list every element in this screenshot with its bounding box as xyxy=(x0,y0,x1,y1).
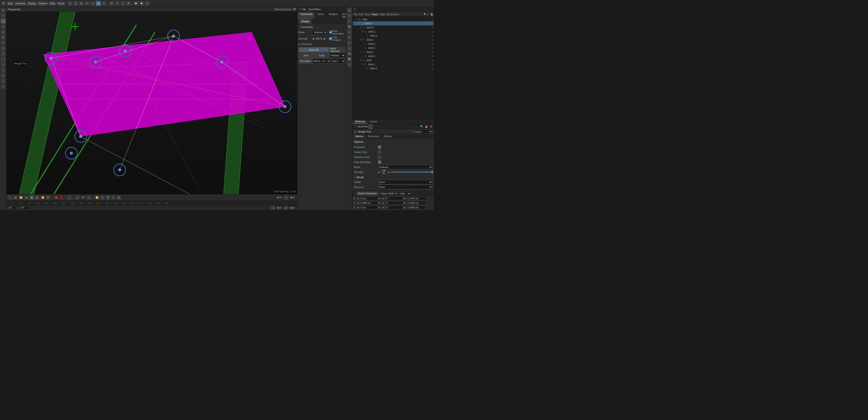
attr-tool-lock[interactable]: 🔒 xyxy=(424,124,428,129)
coord-y-rot[interactable] xyxy=(385,201,403,205)
left-tool-10[interactable]: ∿ xyxy=(1,62,6,67)
rt-icon-11[interactable]: ✏ xyxy=(347,62,352,67)
attr-tool-fwd[interactable]: → xyxy=(415,124,419,129)
tl-auto-btn[interactable]: A xyxy=(59,195,64,200)
flipx-select[interactable]: Flip X Flip Y Flip Z xyxy=(331,59,345,63)
coord-x-rot-left[interactable]: ◀ xyxy=(382,197,384,200)
replace-select[interactable]: Replace xyxy=(330,53,345,58)
strength-arrow-left[interactable]: ◀ xyxy=(312,37,314,40)
left-tool-scale[interactable]: ⤢ xyxy=(1,24,6,29)
options-tab-options[interactable]: Options xyxy=(352,134,366,138)
tool-icon-8[interactable]: ⊕ xyxy=(109,1,114,6)
rt-icon-5[interactable]: ⊙ xyxy=(347,29,352,34)
obj-header-icon[interactable]: ⊞ xyxy=(354,8,356,10)
coord-z-rot-right[interactable]: ▶ xyxy=(404,206,405,208)
reset-transform-btn[interactable]: Reset Transform xyxy=(356,192,378,195)
coord-x-arr-right[interactable]: ▶ xyxy=(379,197,380,200)
tl-next-key-btn[interactable]: ⏩ xyxy=(40,195,45,200)
pressure-select[interactable]: None Pen xyxy=(378,185,433,189)
coord-z-pos[interactable] xyxy=(360,206,378,209)
tree-item-joint1-8[interactable]: ⬡ Joint.1 : ● xyxy=(353,66,434,71)
tree-item-joint[interactable]: ▼ ⬡ Joint : ● xyxy=(353,58,434,62)
mode-opt-select[interactable]: Subtract Add xyxy=(378,165,433,169)
left-tool-7[interactable]: ⬡ xyxy=(1,46,6,51)
attr-tool-menu[interactable]: ≡ xyxy=(353,124,358,129)
menu-icon[interactable]: ☰ xyxy=(1,1,6,6)
left-tool-11[interactable]: ⬛ xyxy=(1,68,6,73)
tl-settings-btn[interactable]: ⚙ xyxy=(100,195,105,200)
tree-item-joint4[interactable]: ▼ ⬡ Joint.4 : ● xyxy=(353,21,434,25)
tree-item-joint1-5[interactable]: ▼ ⬡ Joint.1 : ● xyxy=(353,50,434,54)
tool-icon-13[interactable]: ⬢ xyxy=(139,1,144,6)
auto-normalize-checkbox[interactable] xyxy=(329,31,332,34)
strength-arrow-right[interactable]: ▶ xyxy=(323,37,326,40)
left-tool-rotate[interactable]: ⟳ xyxy=(1,19,6,24)
tree-item-joint1-4[interactable]: ⬡ Joint.1 : ● xyxy=(353,46,434,50)
tl-frame-input-2[interactable] xyxy=(20,206,29,209)
coord-y-arr-right[interactable]: ▶ xyxy=(379,202,380,204)
coord-y-rot-right[interactable]: ▶ xyxy=(404,202,405,204)
tool-icon-6[interactable]: ◈ xyxy=(96,1,101,6)
tree-item-joint1-6[interactable]: ⬡ Joint.1 : ● xyxy=(353,54,434,58)
filter-menu[interactable]: Filter xyxy=(49,1,56,6)
strength-opt-arr-right[interactable]: ▶ xyxy=(388,171,390,173)
obj-home-icon[interactable]: ⌂ xyxy=(428,13,429,16)
clamping-arrow[interactable]: ▶ xyxy=(299,43,300,45)
tool-icon-7[interactable]: ⬡ xyxy=(101,1,106,6)
tool-icon-14[interactable]: ◇ xyxy=(145,1,150,6)
tl-first-btn[interactable]: ⏮ xyxy=(13,195,18,200)
tool-icon-11[interactable]: ⟳ xyxy=(126,1,131,6)
tree-item-joint1-3[interactable]: ⬡ Joint.1 : ● xyxy=(353,42,434,46)
tl-arr-end[interactable]: ◁ xyxy=(284,195,288,200)
panel-menu[interactable]: Panel xyxy=(57,1,65,6)
attr-dropdown[interactable]: Custom Default xyxy=(412,130,433,134)
falloff-select[interactable]: None Sphere xyxy=(378,180,433,184)
tree-item-skin[interactable]: ▼ ◈ Skin ✓ ● xyxy=(353,17,434,21)
mode-select[interactable]: Subtract Add Smooth xyxy=(312,30,328,34)
rt-icon-9[interactable]: 📷 xyxy=(347,51,352,56)
rt-icon-4[interactable]: ⬢ xyxy=(347,24,352,29)
coord-x-arr-left[interactable]: ◀ xyxy=(357,197,359,200)
tree-item-joint3[interactable]: ▼ ⬡ Joint.3 : ● xyxy=(353,25,434,29)
options-tab-display[interactable]: Display xyxy=(381,134,394,138)
rt-icon-6[interactable]: ⚙ xyxy=(347,35,352,40)
obj-lock-icon[interactable]: 🔒 xyxy=(430,13,433,16)
coord-x-pos[interactable] xyxy=(360,197,378,200)
obj-file-menu[interactable]: File xyxy=(353,13,358,16)
attr-tool-back[interactable]: ← xyxy=(410,124,414,129)
auto-normalize-opt-checkbox[interactable] xyxy=(378,161,381,164)
tool-icon-1[interactable]: ⊙ xyxy=(68,1,72,6)
obj-edit-menu[interactable]: Edit xyxy=(359,13,363,16)
transform-select-2[interactable]: Size Scale xyxy=(399,191,411,195)
coord-z-size[interactable] xyxy=(407,206,426,209)
selected-only-checkbox[interactable] xyxy=(378,156,381,159)
tl-record-btn[interactable]: ⏺ xyxy=(54,195,58,200)
left-tool-select[interactable]: ⊕ xyxy=(1,8,6,13)
attr-tab-layers[interactable]: Layers xyxy=(368,119,379,124)
mirror-select[interactable]: Mirror + To - Mirror - To + xyxy=(313,59,331,63)
copy-btn[interactable]: Copy xyxy=(314,53,330,58)
coord-y-arr-left[interactable]: ◀ xyxy=(357,202,359,204)
projection-checkbox[interactable] xyxy=(378,145,381,149)
rt-icon-1[interactable]: ◈ xyxy=(347,8,352,13)
visible-only-checkbox[interactable] xyxy=(378,150,381,154)
cameras-menu[interactable]: Cameras xyxy=(14,1,27,6)
tab-weights[interactable]: Weights xyxy=(326,12,340,19)
tl-preview-btn[interactable]: ⊡ xyxy=(111,195,116,200)
tree-item-joint1-1[interactable]: ▼ ⬡ Joint.1 : ● xyxy=(353,29,434,34)
tl-play-btn[interactable]: ▶ xyxy=(29,195,34,200)
attr-tool-mode[interactable]: Mode xyxy=(359,124,363,129)
apply-all-btn[interactable]: Apply All xyxy=(299,47,329,52)
left-tool-8[interactable]: ◎ xyxy=(1,51,6,56)
coord-z-arr-left[interactable]: ◀ xyxy=(357,206,359,208)
left-tool-transform[interactable]: ⊞ xyxy=(1,29,6,34)
coord-x-rot[interactable] xyxy=(385,197,403,200)
left-tool-move[interactable]: ✛ xyxy=(1,13,6,18)
tool-icon-2[interactable]: ◻ xyxy=(73,1,78,6)
left-tool-9[interactable]: ⬦ xyxy=(1,57,6,62)
tab-display[interactable]: Display xyxy=(299,19,312,24)
obj-tags-menu[interactable]: Tags xyxy=(380,13,385,16)
viewport[interactable]: X Y Z ✕ Weight Tool Grid Spacing : 5 cm xyxy=(6,12,297,194)
rt-icon-3[interactable]: T xyxy=(347,19,352,24)
tl-end-arr-left[interactable]: ◁ xyxy=(271,206,275,210)
